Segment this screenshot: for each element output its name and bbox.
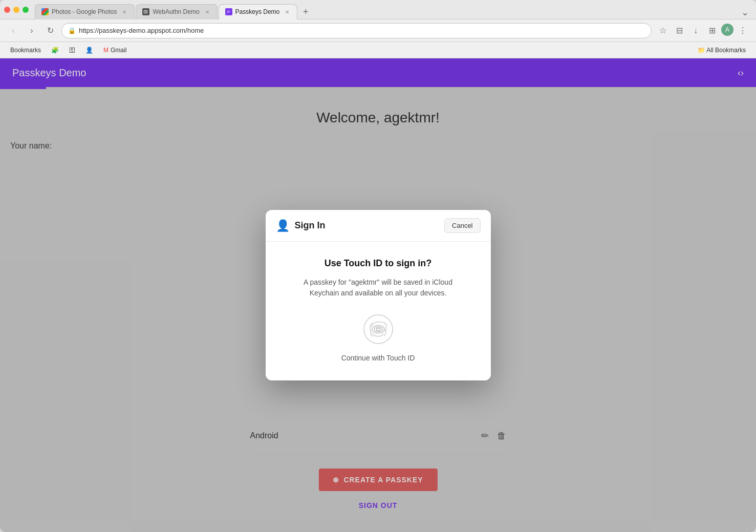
address-bar[interactable]: 🔒 [61, 23, 652, 38]
passkeys-favicon-icon: P [225, 8, 232, 15]
tab-photos-label: Photos - Google Photos [52, 8, 117, 15]
menu-button[interactable]: ⋮ [736, 24, 750, 38]
close-button[interactable] [4, 7, 10, 13]
puzzle-icon: 🧩 [51, 47, 59, 54]
tab-webauthn-close-icon[interactable]: ✕ [204, 8, 211, 15]
tab-webauthn-label: WebAuthn Demo [153, 8, 199, 15]
modal-description: A passkey for "agektmr" will be saved in… [291, 277, 465, 299]
sign-in-modal: 👤 Sign In Cancel Use Touch ID to sign in… [266, 210, 491, 380]
key-icon: ⚿ [69, 47, 75, 54]
modal-question: Use Touch ID to sign in? [325, 258, 432, 269]
nav-bar: ‹ › ↻ 🔒 ☆ ⊟ ↓ ⊞ A ⋮ [0, 19, 756, 42]
minimize-button[interactable] [13, 7, 19, 13]
gmail-icon: M [103, 47, 109, 54]
bookmark-person[interactable]: 👤 [81, 46, 97, 55]
all-bookmarks-button[interactable]: 📁 All Bookmarks [694, 46, 750, 55]
tab-passkeys[interactable]: P Passkeys Demo ✕ [219, 4, 298, 19]
modal-cancel-button[interactable]: Cancel [444, 218, 480, 233]
reader-view-button[interactable]: ⊟ [672, 24, 686, 38]
modal-overlay: 👤 Sign In Cancel Use Touch ID to sign in… [0, 58, 756, 532]
profile-icon[interactable]: A [721, 24, 733, 36]
tab-photos-close-icon[interactable]: ✕ [121, 8, 128, 15]
bookmarks-label: Bookmarks [10, 47, 41, 54]
nav-actions: ☆ ⊟ ↓ ⊞ A ⋮ [656, 24, 750, 38]
person-icon: 👤 [85, 47, 93, 54]
bookmarks-folder[interactable]: Bookmarks [6, 46, 45, 55]
touch-id-label: Continue with Touch ID [341, 354, 415, 362]
url-input[interactable] [79, 27, 645, 34]
lock-icon: 🔒 [68, 27, 76, 34]
tab-passkeys-label: Passkeys Demo [235, 8, 280, 15]
forward-button[interactable]: › [25, 24, 39, 38]
add-tab-button[interactable]: + [298, 5, 313, 19]
bookmark-key[interactable]: ⚿ [65, 46, 79, 55]
bookmark-gmail[interactable]: M Gmail [99, 46, 131, 55]
sidebar-button[interactable]: ⊞ [705, 24, 719, 38]
tab-webauthn[interactable]: ⚿ WebAuthn Demo ✕ [136, 4, 217, 19]
browser-window: Photos - Google Photos ✕ ⚿ WebAuthn Demo… [0, 0, 756, 532]
tab-overflow-button[interactable]: ⌄ [738, 5, 752, 19]
maximize-button[interactable] [23, 7, 29, 13]
back-button[interactable]: ‹ [6, 24, 20, 38]
page-content: Passkeys Demo ‹› Welcome, agektmr! Your … [0, 58, 756, 532]
bookmark-star-button[interactable]: ☆ [656, 24, 670, 38]
touch-id-fingerprint-icon [362, 313, 395, 346]
webauthn-favicon-icon: ⚿ [142, 8, 149, 15]
window-controls [4, 7, 29, 13]
bookmarks-bar: Bookmarks 🧩 ⚿ 👤 M Gmail 📁 All Bookmarks [0, 42, 756, 58]
sign-in-person-icon: 👤 [276, 219, 290, 232]
modal-title: Sign In [295, 220, 326, 231]
bookmark-puzzle[interactable]: 🧩 [47, 46, 63, 55]
tabs-bar: Photos - Google Photos ✕ ⚿ WebAuthn Demo… [35, 0, 752, 19]
tab-passkeys-close-icon[interactable]: ✕ [284, 8, 291, 15]
reload-button[interactable]: ↻ [43, 24, 57, 38]
modal-body: Use Touch ID to sign in? A passkey for "… [266, 242, 491, 380]
gmail-label: Gmail [111, 47, 126, 54]
modal-header: 👤 Sign In Cancel [266, 210, 491, 242]
tab-photos[interactable]: Photos - Google Photos ✕ [35, 4, 135, 19]
svg-point-0 [364, 315, 393, 344]
modal-header-left: 👤 Sign In [276, 219, 326, 232]
photos-favicon-icon [41, 8, 49, 15]
title-bar: Photos - Google Photos ✕ ⚿ WebAuthn Demo… [0, 0, 756, 19]
download-button[interactable]: ↓ [688, 24, 703, 38]
